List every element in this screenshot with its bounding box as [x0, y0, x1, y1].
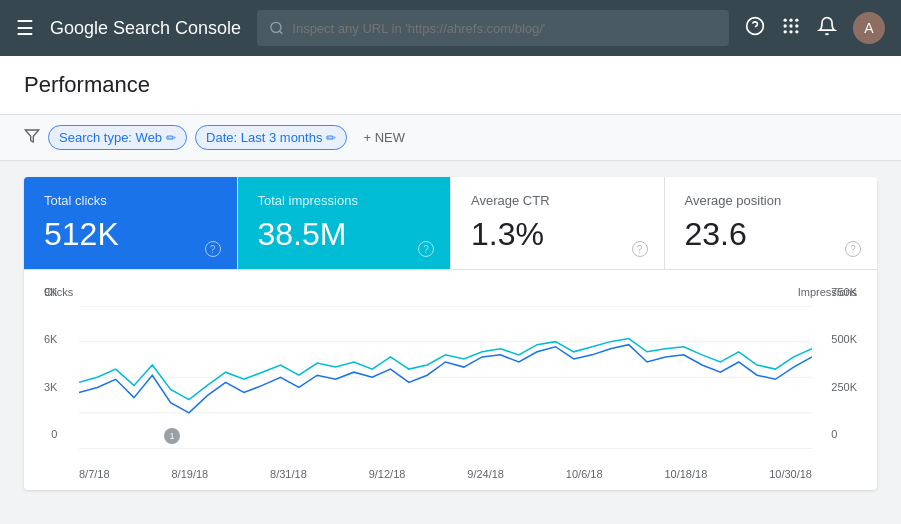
svg-point-8: [789, 24, 792, 27]
add-filter-button[interactable]: + NEW: [355, 126, 413, 149]
header: ☰ Google Search Console: [0, 0, 901, 56]
svg-point-7: [784, 24, 787, 27]
filter-icon[interactable]: [24, 128, 40, 148]
svg-point-12: [795, 30, 798, 33]
x-label-6: 10/6/18: [566, 468, 603, 480]
svg-point-5: [789, 18, 792, 21]
date-chip[interactable]: Date: Last 3 months ✏: [195, 125, 347, 150]
metric-tiles: Total clicks 512K ? Total impressions 38…: [24, 177, 877, 270]
svg-point-10: [784, 30, 787, 33]
search-icon: [269, 20, 284, 36]
svg-point-6: [795, 18, 798, 21]
total-impressions-value: 38.5M: [258, 216, 431, 253]
header-icons: A: [745, 12, 885, 44]
svg-point-0: [271, 22, 281, 32]
total-impressions-label: Total impressions: [258, 193, 431, 208]
y-right-500k: 500K: [831, 333, 857, 345]
page-title: Performance: [24, 72, 877, 98]
search-type-chip[interactable]: Search type: Web ✏: [48, 125, 187, 150]
total-clicks-label: Total clicks: [44, 193, 217, 208]
y-right-0: 0: [831, 428, 837, 440]
chart-area: Clicks Impressions 9K 6K 3K 0 750K 500K …: [24, 270, 877, 490]
avatar[interactable]: A: [853, 12, 885, 44]
y-right-250k: 250K: [831, 381, 857, 393]
x-label-1: 8/7/18: [79, 468, 110, 480]
avg-ctr-label: Average CTR: [471, 193, 644, 208]
y-left-3k: 3K: [44, 381, 57, 393]
avg-position-tile[interactable]: Average position 23.6 ?: [665, 177, 878, 269]
y-labels-left: 9K 6K 3K 0: [44, 286, 57, 440]
y-right-750k: 750K: [831, 286, 857, 298]
y-left-9k: 9K: [44, 286, 57, 298]
total-impressions-tile[interactable]: Total impressions 38.5M ?: [238, 177, 452, 269]
search-input[interactable]: [292, 21, 717, 36]
y-left-6k: 6K: [44, 333, 57, 345]
ctr-help-icon[interactable]: ?: [632, 241, 648, 257]
apps-icon[interactable]: [781, 16, 801, 41]
svg-point-11: [789, 30, 792, 33]
total-clicks-tile[interactable]: Total clicks 512K ?: [24, 177, 238, 269]
svg-point-9: [795, 24, 798, 27]
svg-marker-13: [25, 130, 38, 142]
bell-icon[interactable]: [817, 16, 837, 41]
x-label-4: 9/12/18: [369, 468, 406, 480]
search-bar[interactable]: [257, 10, 729, 46]
total-clicks-value: 512K: [44, 216, 217, 253]
avg-position-label: Average position: [685, 193, 858, 208]
help-icon[interactable]: [745, 16, 765, 41]
menu-icon[interactable]: ☰: [16, 16, 34, 40]
page-header: Performance: [0, 56, 901, 115]
edit-icon-2: ✏: [326, 131, 336, 145]
stats-card: Total clicks 512K ? Total impressions 38…: [24, 177, 877, 490]
x-label-7: 10/18/18: [664, 468, 707, 480]
svg-point-4: [784, 18, 787, 21]
svg-line-1: [280, 31, 283, 34]
y-labels-right: 750K 500K 250K 0: [831, 286, 857, 440]
avg-ctr-value: 1.3%: [471, 216, 644, 253]
x-label-5: 9/24/18: [467, 468, 504, 480]
chart-svg: [79, 306, 812, 449]
edit-icon: ✏: [166, 131, 176, 145]
filter-bar: Search type: Web ✏ Date: Last 3 months ✏…: [0, 115, 901, 161]
impressions-help-icon[interactable]: ?: [418, 241, 434, 257]
y-left-0: 0: [51, 428, 57, 440]
x-label-3: 8/31/18: [270, 468, 307, 480]
x-labels: 8/7/18 8/19/18 8/31/18 9/12/18 9/24/18 1…: [79, 468, 812, 480]
avg-ctr-tile[interactable]: Average CTR 1.3% ?: [451, 177, 665, 269]
avg-position-value: 23.6: [685, 216, 858, 253]
clicks-help-icon[interactable]: ?: [205, 241, 221, 257]
x-label-2: 8/19/18: [171, 468, 208, 480]
main-content: Total clicks 512K ? Total impressions 38…: [0, 161, 901, 506]
position-help-icon[interactable]: ?: [845, 241, 861, 257]
logo: Google Search Console: [50, 18, 241, 39]
chart-balloon[interactable]: 1: [164, 428, 180, 444]
x-label-8: 10/30/18: [769, 468, 812, 480]
